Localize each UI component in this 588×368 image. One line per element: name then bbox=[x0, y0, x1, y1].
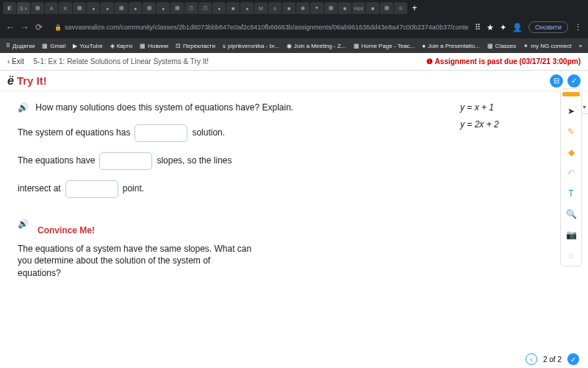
browser-tab[interactable]: K bbox=[59, 2, 72, 14]
bookmark-zoom[interactable]: ◉ Join a Meeting - Z... bbox=[287, 43, 346, 49]
text-tool-icon[interactable]: T bbox=[564, 186, 578, 201]
main-panel: 🔊 How many solutions does this system of… bbox=[0, 91, 588, 342]
equations-panel: y = x + 1 y = 2x + 2 bbox=[460, 102, 570, 280]
fill-line-3: intersect at point. bbox=[18, 180, 431, 198]
apps-button[interactable]: ⠿ Додатки bbox=[6, 43, 35, 49]
tool-rail: ➤ ✎ ◆ ↶ T 🔍 📷 ⌂ bbox=[560, 88, 582, 266]
page-indicator: 2 of 2 bbox=[543, 355, 562, 364]
due-warning: ❶ Assignment is past due (03/17/21 3:00p… bbox=[426, 57, 581, 66]
speaker-icon[interactable]: 🔊 bbox=[18, 102, 29, 113]
browser-chrome: ◧ S × ▦ A K ▦ ● ● ▦ ● ▦ ● ▦ ◫ ◫ ● ■ ● M … bbox=[0, 0, 588, 38]
browser-tab[interactable]: ● bbox=[240, 2, 254, 14]
bookmark-bar: ⠿ Додатки ▦ Gmail ▶ YouTube ◈ Карти ▦ Но… bbox=[0, 38, 588, 53]
camera-tool-icon[interactable]: 📷 bbox=[564, 227, 578, 242]
e-logo: ë bbox=[7, 74, 14, 88]
blank-input-2[interactable] bbox=[99, 152, 152, 170]
browser-tab[interactable]: ◫ bbox=[198, 2, 212, 14]
bookmark-news[interactable]: ▦ Новини bbox=[140, 43, 168, 49]
check-button[interactable]: ✓ bbox=[567, 74, 581, 88]
fill-line-2: The equations have slopes, so the lines bbox=[18, 152, 431, 170]
browser-tab[interactable]: ◧ bbox=[3, 2, 16, 14]
update-button[interactable]: Оновити bbox=[528, 21, 568, 33]
bookmark-maps[interactable]: ◈ Карти bbox=[110, 43, 133, 49]
pointer-tool-icon[interactable]: ➤ bbox=[564, 104, 578, 118]
new-tab-button[interactable]: + bbox=[408, 2, 421, 14]
bookmark-translate[interactable]: ⊡ Перекласти bbox=[176, 43, 215, 49]
bookmark-youtube[interactable]: ▶ YouTube bbox=[73, 43, 102, 49]
browser-tab[interactable]: ✦ bbox=[310, 2, 323, 14]
browser-tab[interactable]: ▦ bbox=[143, 2, 156, 14]
equation-2: y = 2x + 2 bbox=[460, 118, 570, 131]
browser-tab[interactable]: ▦ bbox=[171, 2, 184, 14]
bookmark-gmail[interactable]: ▦ Gmail bbox=[42, 43, 65, 49]
blank-input-3[interactable] bbox=[65, 180, 118, 198]
zoom-tool-icon[interactable]: 🔍 bbox=[564, 207, 578, 222]
convince-text: The equations of a system have the same … bbox=[18, 243, 253, 280]
browser-tab[interactable]: ● bbox=[101, 2, 114, 14]
bookmark-pipnk[interactable]: s pipnkveronika - br... bbox=[223, 43, 279, 49]
convince-title: Convince Me! bbox=[37, 224, 95, 237]
browser-tab[interactable]: ◉ bbox=[296, 2, 309, 14]
rail-handle[interactable] bbox=[562, 92, 580, 96]
equation-1: y = x + 1 bbox=[460, 102, 570, 114]
blank-input-1[interactable] bbox=[135, 124, 187, 142]
browser-tab[interactable]: ● bbox=[157, 2, 170, 14]
browser-tab[interactable]: M bbox=[254, 2, 268, 14]
tab-strip: ◧ S × ▦ A K ▦ ● ● ▦ ● ▦ ● ▦ ◫ ◫ ● ■ ● M … bbox=[0, 0, 588, 16]
reload-icon[interactable]: ⟳ bbox=[35, 22, 43, 32]
browser-tab[interactable]: ▦ bbox=[380, 2, 393, 14]
browser-tab[interactable]: ◫ bbox=[184, 2, 198, 14]
url-text: savvasrealize.com/community/classes/2b1d… bbox=[65, 24, 469, 31]
browser-tab[interactable]: ● bbox=[87, 2, 100, 14]
exit-link[interactable]: ‹ Exit bbox=[7, 57, 24, 66]
tryit-bar: ë Try It! ⊟ ✓ ✎ Tools ▾ bbox=[0, 71, 588, 91]
info-button[interactable]: ⊟ bbox=[550, 74, 563, 88]
tryit-label: Try It! bbox=[17, 74, 47, 87]
bookmark-classes[interactable]: ▦ Classes bbox=[487, 43, 516, 49]
fill-line-1: The system of equations has solution. bbox=[18, 124, 431, 142]
question-prompt: How many solutions does this system of e… bbox=[35, 102, 293, 113]
back-icon[interactable]: ← bbox=[6, 22, 15, 32]
bookmark-presentation[interactable]: ● Join a Presentatio... bbox=[422, 43, 480, 49]
browser-tab[interactable]: ● bbox=[212, 2, 226, 14]
menu-icon[interactable]: ⋮ bbox=[574, 23, 582, 32]
browser-tab-active[interactable]: S × bbox=[17, 2, 30, 14]
browser-tab[interactable]: ■ bbox=[338, 2, 351, 14]
lesson-title: 5-1: Ex 1: Relate Solutions of Linear Sy… bbox=[34, 57, 209, 66]
browser-tab[interactable]: s bbox=[268, 2, 282, 14]
browser-tab[interactable]: ■ bbox=[226, 2, 240, 14]
browser-tab[interactable]: ■ bbox=[366, 2, 379, 14]
address-bar[interactable]: 🔒 savvasrealize.com/community/classes/2b… bbox=[49, 21, 469, 34]
app-header: ‹ Exit 5-1: Ex 1: Relate Solutions of Li… bbox=[0, 53, 588, 71]
extension-icon[interactable]: ✦ bbox=[500, 23, 506, 32]
question-block: 🔊 How many solutions does this system of… bbox=[18, 102, 570, 280]
browser-tab[interactable]: ▦ bbox=[73, 2, 86, 14]
pagination-footer: ‹ 2 of 2 ✓ bbox=[526, 353, 579, 365]
browser-tab[interactable]: ■ bbox=[282, 2, 295, 14]
browser-tab[interactable]: ▦ bbox=[31, 2, 44, 14]
prev-page-button[interactable]: ‹ bbox=[526, 353, 537, 365]
browser-tab[interactable]: ▦ bbox=[115, 2, 128, 14]
home-tool-icon[interactable]: ⌂ bbox=[564, 248, 578, 263]
browser-tab[interactable]: ● bbox=[129, 2, 142, 14]
warning-icon: ❶ bbox=[426, 57, 433, 66]
browser-tab[interactable]: Hos bbox=[352, 2, 365, 14]
pencil-tool-icon[interactable]: ✎ bbox=[564, 124, 578, 139]
translate-icon[interactable]: ⠿ bbox=[475, 23, 481, 32]
profile-icon[interactable]: 👤 bbox=[512, 23, 523, 32]
eraser-tool-icon[interactable]: ◆ bbox=[564, 145, 578, 160]
browser-tab[interactable]: A bbox=[45, 2, 58, 14]
speaker-icon[interactable]: 🔊 bbox=[18, 218, 29, 230]
browser-tab[interactable]: ◎ bbox=[394, 2, 407, 14]
bookmark-homepage[interactable]: ▦ Home Page - Teac... bbox=[354, 43, 415, 49]
undo-tool-icon[interactable]: ↶ bbox=[564, 166, 578, 180]
browser-tab[interactable]: ▦ bbox=[324, 2, 337, 14]
forward-icon[interactable]: → bbox=[21, 22, 29, 32]
address-bar-row: ← → ⟳ 🔒 savvasrealize.com/community/clas… bbox=[0, 16, 588, 38]
lock-icon: 🔒 bbox=[54, 24, 62, 31]
content-area: 🔊 How many solutions does this system of… bbox=[0, 91, 588, 342]
bookmark-ng[interactable]: ✦ my NG connect bbox=[523, 43, 571, 49]
star-icon[interactable]: ★ bbox=[487, 23, 494, 32]
next-page-button[interactable]: ✓ bbox=[567, 353, 579, 365]
bookmark-overflow[interactable]: » bbox=[578, 43, 581, 49]
